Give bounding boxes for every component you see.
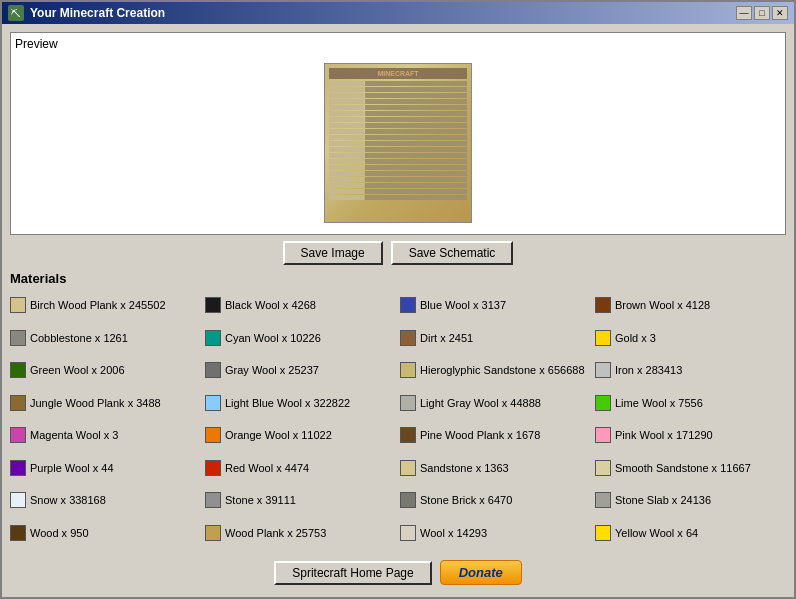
material-swatch (595, 395, 611, 411)
material-swatch (10, 297, 26, 313)
list-item: Hieroglyphic Sandstone x 656688 (400, 355, 591, 386)
list-item: Brown Wool x 4128 (595, 290, 786, 321)
material-swatch (400, 362, 416, 378)
material-swatch (10, 525, 26, 541)
minecraft-logo: MINECRAFT (329, 68, 467, 79)
title-bar-controls: — □ ✕ (736, 6, 788, 20)
material-name: Light Gray Wool x 44888 (420, 397, 541, 409)
material-name: Yellow Wool x 64 (615, 527, 698, 539)
list-item: Dirt x 2451 (400, 323, 591, 354)
title-bar-left: ⛏ Your Minecraft Creation (8, 5, 165, 21)
list-item: Wood Plank x 25753 (205, 518, 396, 549)
list-item: Iron x 283413 (595, 355, 786, 386)
materials-section: Materials Birch Wood Plank x 245502Black… (10, 271, 786, 548)
material-swatch (205, 525, 221, 541)
list-item: Birch Wood Plank x 245502 (10, 290, 201, 321)
list-item: Stone Brick x 6470 (400, 485, 591, 516)
material-swatch (205, 460, 221, 476)
app-icon: ⛏ (8, 5, 24, 21)
material-name: Snow x 338168 (30, 494, 106, 506)
material-name: Wood x 950 (30, 527, 89, 539)
window-content: Preview MINECRAFT (2, 24, 794, 597)
material-swatch (595, 460, 611, 476)
list-item: Pine Wood Plank x 1678 (400, 420, 591, 451)
material-swatch (400, 297, 416, 313)
list-item: Green Wool x 2006 (10, 355, 201, 386)
list-item: Stone x 39111 (205, 485, 396, 516)
material-name: Gray Wool x 25237 (225, 364, 319, 376)
preview-image-inner: MINECRAFT (325, 64, 471, 222)
bottom-bar: Spritecraft Home Page Donate (10, 554, 786, 589)
close-button[interactable]: ✕ (772, 6, 788, 20)
material-name: Wool x 14293 (420, 527, 487, 539)
material-name: Cyan Wool x 10226 (225, 332, 321, 344)
list-item: Sandstone x 1363 (400, 453, 591, 484)
material-name: Pine Wood Plank x 1678 (420, 429, 540, 441)
list-item: Gray Wool x 25237 (205, 355, 396, 386)
title-bar: ⛏ Your Minecraft Creation — □ ✕ (2, 2, 794, 24)
material-swatch (595, 427, 611, 443)
material-swatch (205, 395, 221, 411)
main-window: ⛏ Your Minecraft Creation — □ ✕ Preview … (0, 0, 796, 599)
preview-content: MINECRAFT (15, 55, 781, 230)
material-name: Gold x 3 (615, 332, 656, 344)
material-name: Dirt x 2451 (420, 332, 473, 344)
material-swatch (205, 492, 221, 508)
material-name: Smooth Sandstone x 11667 (615, 462, 751, 474)
material-name: Birch Wood Plank x 245502 (30, 299, 166, 311)
material-name: Sandstone x 1363 (420, 462, 509, 474)
preview-label: Preview (15, 37, 781, 51)
material-swatch (400, 330, 416, 346)
material-swatch (205, 330, 221, 346)
material-swatch (400, 460, 416, 476)
list-item: Jungle Wood Plank x 3488 (10, 388, 201, 419)
material-swatch (400, 427, 416, 443)
minecraft-table (329, 81, 467, 218)
action-buttons: Save Image Save Schematic (10, 241, 786, 265)
material-swatch (595, 525, 611, 541)
material-swatch (400, 525, 416, 541)
list-item: Light Blue Wool x 322822 (205, 388, 396, 419)
list-item: Cyan Wool x 10226 (205, 323, 396, 354)
list-item: Black Wool x 4268 (205, 290, 396, 321)
list-item: Snow x 338168 (10, 485, 201, 516)
material-name: Hieroglyphic Sandstone x 656688 (420, 364, 585, 376)
minimize-button[interactable]: — (736, 6, 752, 20)
material-name: Stone Brick x 6470 (420, 494, 512, 506)
donate-button[interactable]: Donate (440, 560, 522, 585)
save-schematic-button[interactable]: Save Schematic (391, 241, 514, 265)
material-swatch (10, 330, 26, 346)
material-swatch (400, 492, 416, 508)
material-name: Brown Wool x 4128 (615, 299, 710, 311)
window-title: Your Minecraft Creation (30, 6, 165, 20)
material-name: Stone x 39111 (225, 494, 296, 506)
material-swatch (205, 362, 221, 378)
material-swatch (10, 492, 26, 508)
list-item: Blue Wool x 3137 (400, 290, 591, 321)
list-item: Red Wool x 4474 (205, 453, 396, 484)
list-item: Gold x 3 (595, 323, 786, 354)
list-item: Lime Wool x 7556 (595, 388, 786, 419)
list-item: Purple Wool x 44 (10, 453, 201, 484)
material-swatch (10, 362, 26, 378)
material-swatch (400, 395, 416, 411)
material-swatch (595, 492, 611, 508)
list-item: Stone Slab x 24136 (595, 485, 786, 516)
maximize-button[interactable]: □ (754, 6, 770, 20)
material-name: Iron x 283413 (615, 364, 682, 376)
materials-title: Materials (10, 271, 786, 286)
material-swatch (10, 460, 26, 476)
list-item: Smooth Sandstone x 11667 (595, 453, 786, 484)
material-name: Wood Plank x 25753 (225, 527, 326, 539)
material-swatch (595, 297, 611, 313)
material-swatch (10, 395, 26, 411)
material-swatch (205, 297, 221, 313)
save-image-button[interactable]: Save Image (283, 241, 383, 265)
list-item: Wool x 14293 (400, 518, 591, 549)
list-item: Magenta Wool x 3 (10, 420, 201, 451)
material-name: Light Blue Wool x 322822 (225, 397, 350, 409)
list-item: Pink Wool x 171290 (595, 420, 786, 451)
home-page-button[interactable]: Spritecraft Home Page (274, 561, 431, 585)
list-item: Light Gray Wool x 44888 (400, 388, 591, 419)
material-swatch (595, 330, 611, 346)
